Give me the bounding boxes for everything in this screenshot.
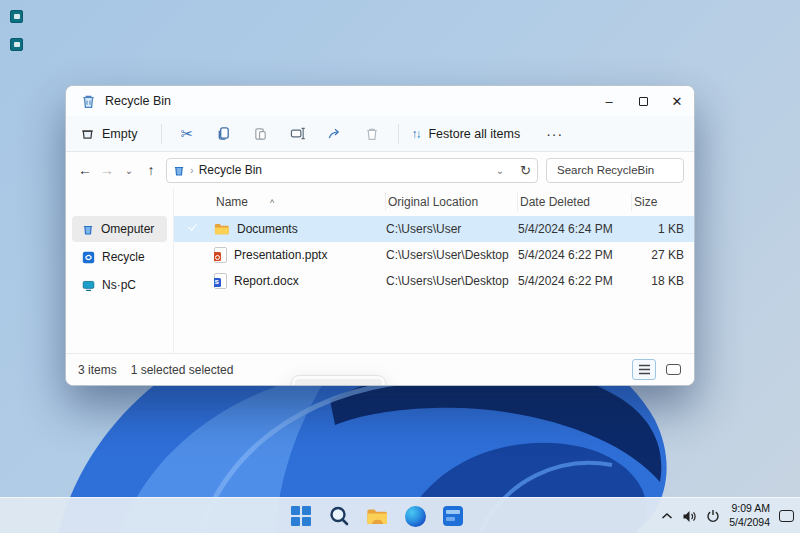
item-count: 3 items	[78, 363, 117, 377]
power-icon	[706, 509, 720, 523]
table-row-report[interactable]: Report.docx C:\Users\User\Desktop 5/4/20…	[174, 268, 694, 294]
content-view-button[interactable]	[662, 359, 684, 380]
delete-icon	[365, 127, 379, 141]
start-button[interactable]	[288, 503, 314, 529]
title-bar: Recycle Bin – ✕	[66, 86, 694, 116]
power-button[interactable]	[706, 509, 720, 523]
file-date-deleted: 5/4/2024 6:22 PM	[518, 248, 632, 262]
paste-button[interactable]	[247, 120, 274, 147]
column-header-original-location[interactable]: Original Location	[386, 193, 518, 211]
column-header-date-deleted[interactable]: Date Deleted	[518, 193, 632, 211]
column-header-size[interactable]: Size	[632, 193, 694, 211]
cut-button[interactable]: ✂	[173, 120, 200, 147]
sidebar-item-recycle[interactable]: Recycle	[72, 244, 167, 270]
address-bar-row: ← → ⌄ ↑ › Recycle Bin ⌄ ↻	[66, 152, 694, 188]
word-file-icon	[214, 273, 227, 289]
share-button[interactable]	[321, 120, 348, 147]
content-view-icon	[666, 364, 681, 375]
command-toolbar: Empty ✂	[66, 116, 694, 152]
restore-all-items-button[interactable]: ↑↓ Festore all items	[405, 123, 526, 145]
paste-icon	[253, 126, 268, 141]
edge-browser-button[interactable]	[402, 503, 428, 529]
sidebar-item-omeputer[interactable]: Omeputer	[72, 216, 167, 242]
desktop-shortcut-icon[interactable]	[10, 10, 23, 23]
window-content: Omeputer Recycle Ns·pC	[66, 188, 694, 354]
copy-icon	[216, 126, 231, 141]
recycle-bin-icon	[81, 94, 96, 109]
taskbar-clock[interactable]: 9:09 AM 5/4/2094	[729, 502, 770, 529]
close-button[interactable]: ✕	[660, 86, 694, 116]
rename-button[interactable]	[284, 120, 311, 147]
minimize-button[interactable]: –	[592, 86, 626, 116]
selection-count: 1 selected selected	[131, 363, 234, 377]
desktop-shortcut-icon[interactable]	[10, 38, 23, 51]
view-toggles	[632, 359, 684, 380]
rename-icon	[290, 126, 306, 141]
navigation-sidebar: Omeputer Recycle Ns·pC	[66, 188, 174, 354]
window-title: Recycle Bin	[105, 94, 171, 108]
hidden-icons-button[interactable]	[661, 512, 673, 520]
delete-button[interactable]	[358, 120, 385, 147]
clock-time: 9:09 AM	[731, 502, 770, 516]
search-box	[546, 158, 684, 183]
refresh-icon[interactable]: ↻	[520, 163, 531, 178]
empty-bin-icon	[80, 126, 95, 141]
address-bar[interactable]: › Recycle Bin ⌄ ↻	[166, 158, 538, 183]
desktop: Recycle Bin – ✕ Empty ✂	[0, 0, 800, 533]
file-name: Report.docx	[234, 274, 299, 288]
powerpoint-file-icon	[214, 247, 227, 263]
back-button[interactable]: ←	[74, 162, 96, 178]
monitor-icon	[82, 279, 95, 292]
breadcrumb-path[interactable]: Recycle Bin	[199, 163, 496, 177]
maximize-button[interactable]	[626, 86, 660, 116]
column-header-name[interactable]: Name^	[214, 193, 386, 211]
cut-icon: ✂	[181, 125, 194, 143]
file-size: 1 KB	[632, 222, 694, 236]
table-row-documents[interactable]: Documents C:\Users\User 5/4/2024 6:24 PM…	[174, 216, 694, 242]
clock-date: 5/4/2094	[729, 516, 770, 530]
toolbar-divider	[398, 124, 399, 144]
search-button[interactable]	[326, 503, 352, 529]
widgets-button[interactable]	[440, 503, 466, 529]
copy-button[interactable]	[210, 120, 237, 147]
toolbar-divider	[161, 124, 162, 144]
search-input[interactable]	[555, 163, 675, 177]
maximize-icon	[639, 97, 648, 106]
sidebar-item-label: Omeputer	[101, 222, 154, 236]
table-row-presentation[interactable]: Presentation.pptx C:\Users\User\Desktop …	[174, 242, 694, 268]
notification-center-button[interactable]	[779, 510, 794, 522]
recent-locations-dropdown[interactable]: ⌄	[118, 165, 140, 176]
file-list: Name^ Original Location Date Deleted Siz…	[174, 188, 694, 354]
details-view-button[interactable]	[632, 359, 656, 380]
list-view-icon	[638, 364, 651, 375]
see-more-button[interactable]: ···	[540, 125, 569, 143]
file-explorer-icon	[366, 507, 389, 526]
speaker-icon	[682, 510, 697, 523]
sidebar-item-this-pc[interactable]: Ns·pC	[72, 272, 167, 298]
recycle-app-icon	[82, 251, 95, 264]
recycle-bin-small-icon	[173, 164, 185, 177]
taskbar: 9:09 AM 5/4/2094	[0, 497, 800, 533]
file-name: Documents	[237, 222, 298, 236]
context-menu-item-open[interactable]: Open	[295, 379, 382, 386]
file-size: 27 KB	[632, 248, 694, 262]
file-location: C:\Users\User	[386, 222, 518, 236]
file-explorer-button[interactable]	[364, 503, 390, 529]
up-button[interactable]: ↑	[140, 162, 162, 178]
forward-button[interactable]: →	[96, 162, 118, 178]
recycle-bin-nav-icon	[82, 223, 94, 236]
windows-start-icon	[291, 506, 311, 526]
list-header: Name^ Original Location Date Deleted Siz…	[174, 188, 694, 216]
empty-recycle-bin-button[interactable]: Empty	[74, 122, 143, 145]
restore-arrows-icon: ↑↓	[411, 127, 419, 141]
file-location: C:\Users\User\Desktop	[386, 248, 518, 262]
edge-icon	[405, 506, 426, 527]
sidebar-item-label: Recycle	[102, 250, 145, 264]
volume-button[interactable]	[682, 510, 697, 523]
context-menu: Open Restore Properties	[291, 375, 386, 386]
sort-ascending-icon: ^	[270, 198, 274, 208]
window-controls: – ✕	[592, 86, 694, 116]
search-icon	[328, 505, 350, 527]
address-dropdown-icon[interactable]: ⌄	[496, 165, 504, 176]
taskbar-center-icons	[288, 498, 466, 533]
